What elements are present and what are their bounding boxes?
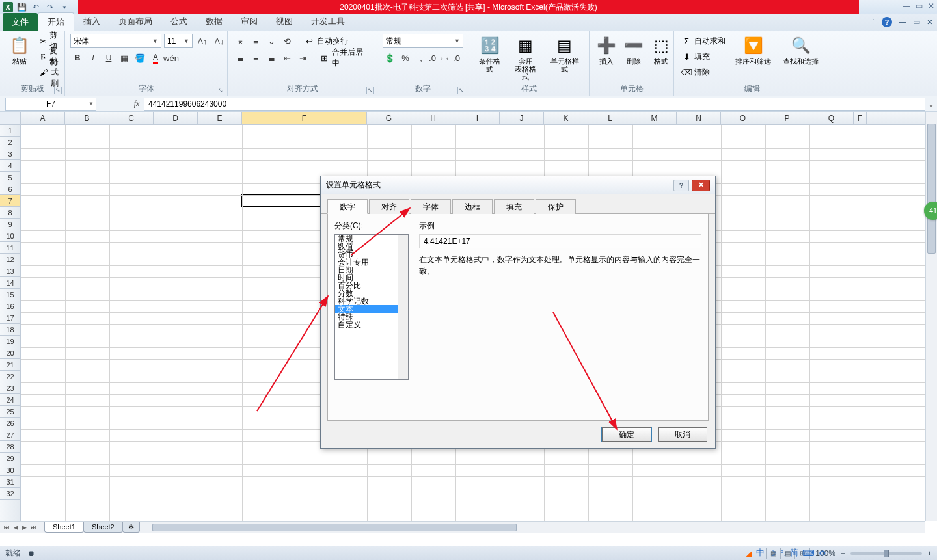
notification-bubble[interactable]: 41 (924, 202, 937, 220)
col-header-K[interactable]: K (544, 112, 588, 124)
row-header-12[interactable]: 12 (0, 254, 20, 265)
tray-icon[interactable]: ◢ (746, 548, 752, 558)
fill-button[interactable]: ⬇填充 (679, 49, 727, 64)
accounting-icon[interactable]: 💲 (383, 51, 397, 65)
column-headers[interactable]: ABCDEFGHIJKLMNOPQF (21, 112, 925, 125)
dec-decimal-icon[interactable]: ←.0 (445, 51, 459, 65)
format-painter-button[interactable]: 🖌格式刷 (38, 65, 62, 79)
row-header-10[interactable]: 10 (0, 230, 20, 242)
col-header-L[interactable]: L (588, 112, 632, 124)
row-header-4[interactable]: 4 (0, 160, 20, 172)
ime-punct-icon[interactable]: °, (780, 548, 786, 558)
col-header-P[interactable]: P (765, 112, 809, 124)
merge-center-button[interactable]: ⊞合并后居中 (318, 51, 372, 65)
row-header-24[interactable]: 24 (0, 394, 20, 406)
col-header-F[interactable]: F (854, 112, 867, 124)
col-header-E[interactable]: E (198, 112, 242, 124)
zoom-thumb[interactable] (884, 550, 889, 557)
tab-4[interactable]: 数据 (197, 12, 232, 31)
row-header-23[interactable]: 23 (0, 382, 20, 394)
fx-icon[interactable]: fx (129, 99, 144, 109)
row-header-11[interactable]: 11 (0, 242, 20, 254)
window-restore-icon[interactable]: ▭ (913, 18, 920, 27)
launcher-icon[interactable]: ⤡ (366, 87, 374, 94)
qat-menu-icon[interactable]: ▼ (59, 1, 70, 13)
tab-5[interactable]: 审阅 (232, 12, 267, 31)
clear-button[interactable]: ⌫清除 (679, 65, 727, 79)
horizontal-scrollbar[interactable] (152, 523, 925, 532)
insert-cells-button[interactable]: ➕插入 (595, 34, 618, 66)
dialog-tab-0[interactable]: 数字 (327, 199, 368, 214)
row-header-13[interactable]: 13 (0, 265, 20, 277)
inc-decimal-icon[interactable]: .0→ (429, 51, 444, 65)
font-color-button[interactable]: A (148, 51, 163, 65)
row-header-26[interactable]: 26 (0, 418, 20, 429)
dialog-titlebar[interactable]: 设置单元格格式 ? ✕ (321, 176, 715, 194)
ime-keyboard-icon[interactable]: ⌨ (802, 548, 815, 558)
category-listbox[interactable]: 常规数值货币会计专用日期时间百分比分数科学记数文本特殊自定义 (334, 234, 409, 380)
phonetic-button[interactable]: wén (164, 51, 178, 65)
row-header-16[interactable]: 16 (0, 300, 20, 312)
sheet-nav-icon[interactable]: ◀ (12, 524, 20, 531)
ok-button[interactable]: 确定 (602, 427, 651, 442)
row-header-15[interactable]: 15 (0, 289, 20, 300)
sheet-tab-Sheet2[interactable]: Sheet2 (83, 522, 123, 533)
sort-filter-button[interactable]: 🔽排序和筛选 (731, 34, 775, 66)
wrap-text-button[interactable]: ↩自动换行 (302, 34, 350, 48)
grow-font-icon[interactable]: A↑ (195, 34, 210, 48)
name-box[interactable]: F7▼ (5, 98, 96, 111)
zoom-out-icon[interactable]: − (841, 549, 845, 558)
indent-dec-icon[interactable]: ⇤ (280, 51, 294, 65)
underline-button[interactable]: U (102, 51, 116, 65)
row-header-19[interactable]: 19 (0, 336, 20, 347)
formula-input[interactable]: 441421199606243000 (144, 98, 925, 111)
row-header-27[interactable]: 27 (0, 429, 20, 441)
sheet-tab-Sheet1[interactable]: Sheet1 (44, 522, 84, 533)
align-bottom-icon[interactable]: ⌄ (264, 34, 278, 48)
col-header-G[interactable]: G (367, 112, 411, 124)
row-header-6[interactable]: 6 (0, 183, 20, 195)
find-select-button[interactable]: 🔍查找和选择 (779, 34, 822, 66)
help-icon[interactable]: ? (882, 17, 892, 27)
bold-button[interactable]: B (70, 51, 85, 65)
dialog-tab-3[interactable]: 边框 (452, 199, 493, 214)
undo-icon[interactable]: ↶ (30, 1, 42, 13)
tab-3[interactable]: 公式 (161, 12, 197, 31)
sheet-nav-icon[interactable]: ⏮ (3, 524, 11, 531)
font-size-combo[interactable]: 11▼ (164, 34, 193, 48)
col-header-J[interactable]: J (500, 112, 544, 124)
ime-lang-icon[interactable]: 中 (756, 547, 765, 559)
new-sheet-icon[interactable]: ✻ (122, 522, 140, 533)
row-header-2[interactable]: 2 (0, 137, 20, 148)
dialog-help-icon[interactable]: ? (673, 180, 689, 191)
font-name-combo[interactable]: 宋体▼ (70, 34, 161, 48)
indent-inc-icon[interactable]: ⇥ (295, 51, 310, 65)
align-right-icon[interactable]: ≣ (264, 51, 278, 65)
row-header-7[interactable]: 7 (0, 195, 20, 207)
cell-styles-button[interactable]: ▤单元格样式 (545, 34, 584, 74)
tab-0[interactable]: 开始 (38, 12, 74, 31)
row-header-1[interactable]: 1 (0, 125, 20, 137)
percent-icon[interactable]: % (398, 51, 413, 65)
col-header-B[interactable]: B (65, 112, 109, 124)
table-format-button[interactable]: ▦套用 表格格式 (509, 34, 541, 82)
col-header-I[interactable]: I (455, 112, 500, 124)
restore-icon[interactable]: ▭ (916, 1, 923, 10)
delete-cells-button[interactable]: ➖删除 (622, 34, 645, 66)
row-header-21[interactable]: 21 (0, 359, 20, 371)
row-header-17[interactable]: 17 (0, 312, 20, 324)
tab-7[interactable]: 开发工具 (302, 12, 354, 31)
col-header-D[interactable]: D (154, 112, 198, 124)
row-header-20[interactable]: 20 (0, 347, 20, 359)
launcher-icon[interactable]: ⤡ (54, 87, 62, 94)
col-header-F[interactable]: F (242, 112, 367, 124)
col-header-C[interactable]: C (109, 112, 154, 124)
row-header-5[interactable]: 5 (0, 172, 20, 183)
ime-settings-icon[interactable]: ⚙ (819, 548, 826, 558)
format-cells-button[interactable]: ⬚格式 (649, 34, 673, 66)
select-all-corner[interactable] (0, 112, 21, 125)
align-center-icon[interactable]: ≡ (249, 51, 263, 65)
scroll-thumb[interactable] (152, 524, 517, 531)
ime-mode-icon[interactable]: 简 (790, 547, 798, 559)
tab-1[interactable]: 插入 (74, 12, 109, 31)
